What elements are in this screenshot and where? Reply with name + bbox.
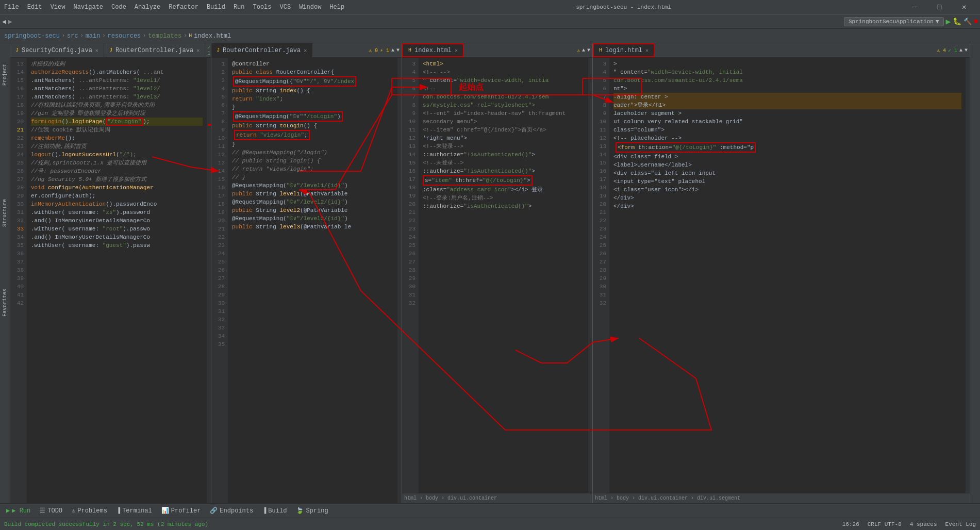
menu-view[interactable]: View	[51, 4, 65, 11]
minimize-button[interactable]: ─	[903, 0, 926, 14]
breadcrumb-templates[interactable]: templates	[148, 32, 181, 40]
event-log-btn[interactable]: Event Log	[945, 521, 976, 527]
line-numbers-4: 3456789101112131415161718192021222324252…	[593, 58, 609, 493]
breadcrumb-resources[interactable]: resources	[108, 32, 141, 40]
editor-panel-4: H login.html ✕ ⚠ 4 ✓ 1 ▲ ▼ 3456789101112…	[593, 43, 970, 503]
todo-btn[interactable]: ☰ TODO	[36, 506, 67, 516]
tab-bar-4: H login.html ✕ ⚠ 4 ✓ 1 ▲ ▼	[593, 43, 970, 58]
tab-router-active[interactable]: J RouterController.java ✕	[211, 43, 312, 57]
main-toolbar: ◀ ▶ SpringbootSecuApplication ▼ ▶ 🐛 🔨 ■	[0, 14, 980, 29]
menu-help[interactable]: Help	[329, 4, 344, 11]
editor-chevron-down-4[interactable]: ▼	[965, 47, 968, 53]
build-icon: ▐	[262, 507, 266, 515]
breadcrumb-file-icon: H index.html	[189, 32, 231, 40]
todo-icon: ☰	[40, 507, 45, 515]
line-numbers-1: 1314151617181920212223242526272829303132…	[10, 58, 27, 503]
tab-security-config[interactable]: J SecurityConfig.java ✕	[10, 43, 104, 57]
profiler-btn[interactable]: 📊 Profiler	[157, 506, 205, 516]
tab-close-index[interactable]: ✕	[455, 47, 458, 54]
editor-chevron-down-2[interactable]: ▼	[396, 47, 400, 53]
back-button[interactable]: ◀	[2, 18, 6, 26]
html-icon-3: H	[408, 47, 411, 53]
status-indent[interactable]: 4 spaces	[910, 521, 937, 527]
breadcrumb-current-file: index.html	[194, 32, 231, 40]
menu-run[interactable]: Run	[234, 4, 245, 11]
breadcrumb-main[interactable]: main	[86, 32, 101, 40]
java-icon: J	[15, 47, 19, 53]
editor-chevron-up-3[interactable]: ▲	[582, 47, 585, 53]
problems-icon: ⚠	[72, 507, 75, 515]
tab-close-router-2[interactable]: ✕	[304, 47, 307, 54]
tab-close-login[interactable]: ✕	[645, 47, 649, 54]
editor-panel-2: J RouterController.java ✕ ⚠ 9 ⚡ 1 ▲ ▼ 12…	[211, 43, 402, 503]
menu-analyze[interactable]: Analyze	[135, 4, 160, 11]
maximize-button[interactable]: □	[927, 0, 951, 14]
code-3: <html> <!-- --> " content="width=device-…	[419, 58, 588, 493]
tab-index-html[interactable]: H index.html ✕	[402, 43, 464, 57]
profiler-icon: 📊	[161, 507, 169, 515]
menu-edit[interactable]: Edit	[27, 4, 42, 11]
status-bar: Build completed successfully in 2 sec, 5…	[0, 518, 980, 530]
window-title: springboot-secu - index.html	[344, 4, 903, 10]
build-btn[interactable]: ▐ Build	[258, 506, 291, 516]
bottom-breadcrumb-4: html › body › div.ui.container › div.ui.…	[593, 493, 970, 503]
menu-refactor[interactable]: Refactor	[169, 4, 198, 11]
spring-btn[interactable]: 🍃 Spring	[292, 506, 332, 516]
project-sidebar-label[interactable]: Project	[2, 64, 8, 86]
menu-bar[interactable]: File Edit View Navigate Code Analyze Ref…	[4, 4, 344, 11]
title-bar: File Edit View Navigate Code Analyze Ref…	[0, 0, 980, 14]
status-time: 16:26	[842, 521, 859, 527]
tab-bar-3: H index.html ✕ ⚠ ▲ ▼	[402, 43, 592, 58]
status-encoding[interactable]: CRLF UTF-8	[868, 521, 902, 527]
menu-navigate[interactable]: Navigate	[73, 4, 103, 11]
gutter-4	[966, 58, 970, 493]
tab-close-router[interactable]: ✕	[196, 47, 200, 54]
breadcrumb-src[interactable]: src	[67, 32, 78, 40]
menu-code[interactable]: Code	[111, 4, 126, 11]
run-toolbar-btn[interactable]: ▶ ▶ Run	[2, 506, 35, 516]
menu-file[interactable]: File	[4, 4, 19, 11]
forward-button[interactable]: ▶	[8, 18, 12, 26]
code-2: @Controller public class RouterControlle…	[228, 58, 397, 503]
problems-btn[interactable]: ⚠ Problems	[68, 506, 111, 516]
html-icon-4: H	[599, 47, 602, 53]
editor-chevron-up-4[interactable]: ▲	[959, 47, 962, 53]
run-icon: ▶	[6, 507, 10, 515]
endpoints-btn[interactable]: 🔗 Endpoints	[206, 506, 257, 516]
editor-panel-1: J SecurityConfig.java ✕ J RouterControll…	[10, 43, 211, 503]
bottom-toolbar: ▶ ▶ Run ☰ TODO ⚠ Problems ▐ Terminal 📊 P…	[0, 503, 980, 518]
terminal-btn[interactable]: ▐ Terminal	[112, 506, 156, 516]
window-controls[interactable]: ─ □ ✕	[903, 0, 976, 14]
gutter-2	[397, 58, 402, 503]
bottom-breadcrumb-3: html › body › div.ui.container	[402, 493, 592, 503]
run-button[interactable]: ▶	[946, 16, 951, 27]
favorites-sidebar-label[interactable]: Favorites	[2, 289, 8, 317]
menu-tools[interactable]: Tools	[253, 4, 272, 11]
tab-close-security[interactable]: ✕	[95, 47, 98, 54]
structure-sidebar-label[interactable]: Structure	[2, 199, 8, 227]
right-sidebar	[970, 43, 980, 503]
build-button[interactable]: 🔨	[964, 18, 972, 26]
menu-build[interactable]: Build	[207, 4, 225, 11]
menu-window[interactable]: Window	[299, 4, 321, 11]
editor-chevron-down-3[interactable]: ▼	[587, 47, 590, 53]
line-numbers-3: 3456789101112131415161718192021222324252…	[402, 58, 419, 493]
breadcrumb: springboot-secu › src › main › resources…	[0, 29, 980, 43]
gutter-3	[588, 58, 592, 493]
menu-vcs[interactable]: VCS	[280, 4, 291, 11]
endpoints-icon: 🔗	[210, 507, 218, 515]
debug-button[interactable]: 🐛	[953, 17, 961, 26]
gutter-1	[207, 58, 211, 503]
build-status: Build completed successfully in 2 sec, 5…	[4, 521, 208, 527]
tab-bar-2: J RouterController.java ✕ ⚠ 9 ⚡ 1 ▲ ▼	[211, 43, 402, 58]
tab-router-controller[interactable]: J RouterController.java ✕	[104, 43, 205, 57]
spring-icon: 🍃	[296, 507, 304, 515]
run-config-selector[interactable]: SpringbootSecuApplication ▼	[844, 17, 944, 26]
breadcrumb-project[interactable]: springboot-secu	[4, 32, 60, 40]
editor-chevron-up-2[interactable]: ▲	[391, 47, 394, 53]
stop-button[interactable]: ■	[974, 18, 978, 25]
tab-login-html[interactable]: H login.html ✕	[593, 43, 655, 57]
close-button[interactable]: ✕	[952, 0, 976, 14]
line-numbers-2: 1234567891011121314151617181920212223242…	[211, 58, 228, 503]
terminal-icon: ▐	[117, 507, 120, 515]
